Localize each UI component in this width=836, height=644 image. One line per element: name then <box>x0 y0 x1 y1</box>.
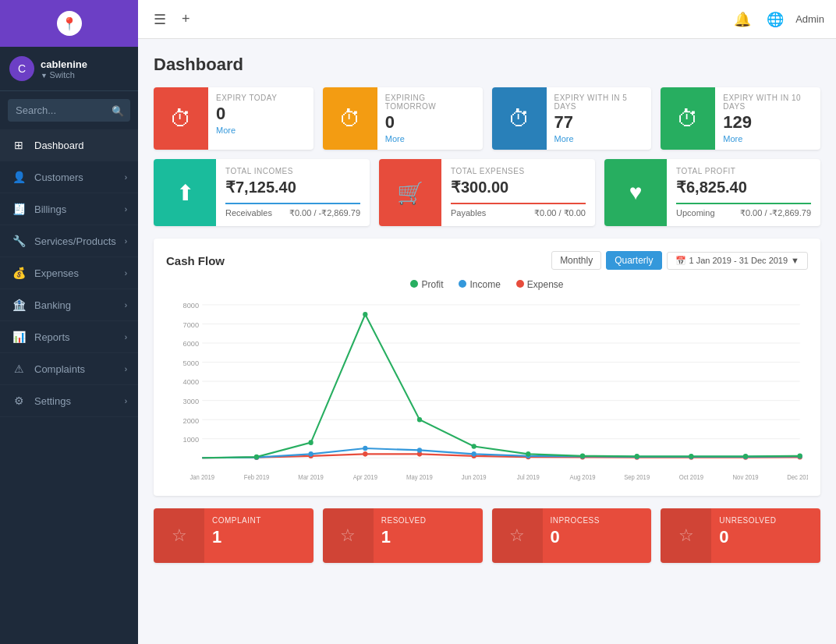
sidebar-item-settings[interactable]: ⚙ Settings › <box>0 385 138 417</box>
complaints-nav-arrow: › <box>125 365 127 373</box>
expiring-tomorrow-label: EXPIRING TOMORROW <box>385 94 475 111</box>
svg-point-56 <box>526 451 530 457</box>
complaint-cards-row: ☆ COMPLAINT 1 ☆ RESOLVED 1 ☆ INPROCESS 0… <box>154 508 820 563</box>
total-profit-value: ₹6,825.40 <box>676 178 811 196</box>
svg-point-52 <box>309 440 314 445</box>
settings-nav-label: Settings <box>34 395 125 407</box>
expiry-today-label: EXPIRY TODAY <box>216 94 306 102</box>
complaint-value: 1 <box>212 527 261 547</box>
customers-nav-arrow: › <box>125 173 127 182</box>
svg-point-51 <box>254 455 259 460</box>
svg-point-54 <box>417 417 422 423</box>
total-incomes-label: TOTAL INCOMES <box>225 167 360 175</box>
date-range-picker[interactable]: 📅 1 Jan 2019 - 31 Dec 2019 ▼ <box>667 252 808 270</box>
unresolved-icon: ☆ <box>661 508 711 563</box>
total-expenses-footer-value: ₹0.00 / ₹0.00 <box>534 208 586 218</box>
expiry-10days-icon: ⏱ <box>661 87 715 150</box>
expiry-5days-label: EXPIRY WITH IN 5 DAYS <box>554 94 644 111</box>
svg-point-44 <box>472 451 476 457</box>
svg-text:Nov 2019: Nov 2019 <box>733 473 760 480</box>
banking-nav-icon: 🏦 <box>11 299 27 311</box>
expiry-5days-body: EXPIRY WITH IN 5 DAYS 77 More <box>547 87 652 150</box>
svg-text:1000: 1000 <box>183 435 200 444</box>
total-incomes-footer-label: Receivables <box>225 208 272 218</box>
plus-icon[interactable]: + <box>178 7 194 31</box>
billings-nav-label: Billings <box>34 203 125 215</box>
sidebar-item-expenses[interactable]: 💰 Expenses › <box>0 257 138 289</box>
expenses-nav-label: Expenses <box>34 267 125 279</box>
svg-text:5000: 5000 <box>183 359 200 367</box>
stat-card-expiry-today: ⏱ EXPIRY TODAY 0 More <box>154 87 314 150</box>
expiry-today-more[interactable]: More <box>216 126 306 135</box>
billings-nav-arrow: › <box>125 205 127 214</box>
total-profit-icon: ♥ <box>604 159 667 226</box>
expiry-10days-label: EXPIRY WITH IN 10 DAYS <box>723 94 813 111</box>
inprocess-value: 0 <box>551 527 600 547</box>
expiry-5days-more[interactable]: More <box>554 134 644 143</box>
monthly-button[interactable]: Monthly <box>551 251 601 270</box>
legend-profit: Profit <box>410 279 443 290</box>
complaint-body: COMPLAINT 1 <box>204 508 269 563</box>
svg-point-42 <box>363 446 367 451</box>
switch-button[interactable]: Switch <box>41 70 129 80</box>
svg-text:Sep 2019: Sep 2019 <box>624 473 650 480</box>
notification-icon[interactable]: 🔔 <box>730 7 755 32</box>
globe-icon[interactable]: 🌐 <box>763 7 788 32</box>
total-profit-footer: Upcoming ₹0.00 / -₹2,869.79 <box>676 203 811 218</box>
sidebar-item-banking[interactable]: 🏦 Banking › <box>0 289 138 321</box>
complaint-card-inprocess: ☆ INPROCESS 0 <box>492 508 652 563</box>
resolved-value: 1 <box>381 527 427 547</box>
reports-nav-arrow: › <box>125 333 127 341</box>
total-expenses-value: ₹300.00 <box>451 178 586 196</box>
svg-point-60 <box>743 454 748 459</box>
reports-nav-icon: 📊 <box>11 331 27 343</box>
user-info: cablenine Switch <box>41 58 129 80</box>
expiring-tomorrow-more[interactable]: More <box>385 134 475 143</box>
sidebar-item-dashboard[interactable]: ⊞ Dashboard <box>0 129 138 161</box>
total-profit-label: TOTAL PROFIT <box>676 167 811 175</box>
total-incomes-body: TOTAL INCOMES ₹7,125.40 Receivables ₹0.0… <box>216 159 370 226</box>
resolved-label: RESOLVED <box>381 516 427 525</box>
search-icon: 🔍 <box>112 104 124 116</box>
sidebar-nav: ⊞ Dashboard 👤 Customers › 🧾 Billings › 🔧… <box>0 129 138 644</box>
chart-header: Cash Flow Monthly Quarterly 📅 1 Jan 2019… <box>166 251 808 270</box>
banking-nav-arrow: › <box>125 301 127 310</box>
stat-card-expiry-10days: ⏱ EXPIRY WITH IN 10 DAYS 129 More <box>661 87 820 150</box>
svg-text:Apr 2019: Apr 2019 <box>353 473 378 480</box>
chart-title: Cash Flow <box>166 254 225 267</box>
cash-flow-section: Cash Flow Monthly Quarterly 📅 1 Jan 2019… <box>154 239 820 496</box>
expiry-10days-body: EXPIRY WITH IN 10 DAYS 129 More <box>715 87 820 150</box>
resolved-icon: ☆ <box>323 508 374 563</box>
resolved-body: RESOLVED 1 <box>374 508 434 563</box>
expiry-today-body: EXPIRY TODAY 0 More <box>208 87 314 150</box>
total-expenses-icon: 🛒 <box>379 159 441 226</box>
total-expenses-label: TOTAL EXPENSES <box>451 167 586 175</box>
hamburger-icon[interactable]: ☰ <box>150 7 170 32</box>
sidebar-item-complaints[interactable]: ⚠ Complaints › <box>0 353 138 385</box>
complaints-nav-icon: ⚠ <box>11 363 27 375</box>
quarterly-button[interactable]: Quarterly <box>606 251 661 270</box>
expiry-today-value: 0 <box>216 105 306 122</box>
svg-text:Feb 2019: Feb 2019 <box>244 473 270 480</box>
sidebar-item-services-products[interactable]: 🔧 Services/Products › <box>0 225 138 257</box>
page-title: Dashboard <box>154 55 820 75</box>
svg-text:Oct 2019: Oct 2019 <box>679 473 704 480</box>
expiry-5days-icon: ⏱ <box>492 87 547 150</box>
banking-nav-label: Banking <box>34 299 125 311</box>
complaint-card-unresolved: ☆ UNRESOLVED 0 <box>661 508 820 563</box>
expiry-today-icon: ⏱ <box>154 87 208 150</box>
chart-legend: ProfitIncomeExpense <box>166 279 808 290</box>
svg-point-41 <box>309 451 314 457</box>
total-incomes-value: ₹7,125.40 <box>225 178 360 196</box>
search-container: 🔍 <box>8 99 130 122</box>
income-card-total-expenses: 🛒 TOTAL EXPENSES ₹300.00 Payables ₹0.00 … <box>379 159 595 226</box>
sidebar-item-customers[interactable]: 👤 Customers › <box>0 161 138 193</box>
calendar-icon: 📅 <box>675 256 686 266</box>
topbar: ☰ + 🔔 🌐 Admin <box>138 0 836 39</box>
expiry-10days-value: 129 <box>723 114 813 131</box>
expiry-10days-more[interactable]: More <box>723 134 813 143</box>
sidebar-item-billings[interactable]: 🧾 Billings › <box>0 193 138 225</box>
sidebar-item-reports[interactable]: 📊 Reports › <box>0 321 138 353</box>
total-profit-footer-value: ₹0.00 / -₹2,869.79 <box>740 208 811 218</box>
chevron-down-icon: ▼ <box>791 256 799 265</box>
